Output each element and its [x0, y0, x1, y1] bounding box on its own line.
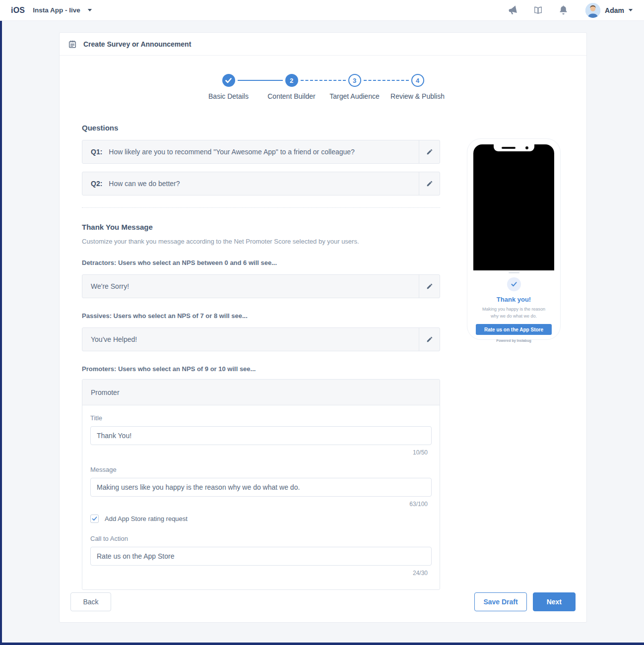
- app-store-rating-checkbox[interactable]: [90, 515, 99, 523]
- check-icon: [92, 516, 97, 521]
- app-store-rating-checkbox-row[interactable]: Add App Store rating request: [90, 515, 432, 523]
- step-connector: [238, 80, 283, 81]
- cta-field-block: Call to Action 24/30: [90, 535, 432, 577]
- message-char-counter: 63/100: [90, 501, 432, 508]
- wizard-stepper: Basic Details 2 Content Builder 3 Target…: [197, 74, 449, 100]
- question-1-text: How likely are you to recommend "Your Aw…: [109, 148, 355, 156]
- question-row-1: Q1:How likely are you to recommend "Your…: [82, 140, 440, 164]
- edit-detractors-button[interactable]: [419, 275, 440, 298]
- phone-camera: [525, 146, 528, 149]
- cta-input[interactable]: [90, 547, 432, 566]
- card-header: Create Survey or Announcement: [60, 33, 586, 56]
- step-3-label: Target Audience: [329, 92, 379, 100]
- step-connector: [364, 80, 409, 81]
- pencil-icon: [426, 148, 433, 155]
- preview-check-badge: [507, 277, 521, 291]
- platform-logo: iOS: [11, 6, 25, 15]
- save-draft-button[interactable]: Save Draft: [474, 592, 526, 611]
- step-1-label: Basic Details: [208, 92, 249, 100]
- announcements-megaphone-icon[interactable]: [508, 5, 518, 15]
- back-button[interactable]: Back: [70, 592, 111, 611]
- step-target-audience: 3 Target Audience: [323, 74, 386, 100]
- app-selector-dropdown[interactable]: Insta App - live: [33, 6, 92, 14]
- question-2-text: How can we do better?: [109, 180, 180, 188]
- cta-char-counter: 24/30: [90, 570, 432, 577]
- message-input[interactable]: [90, 478, 432, 497]
- passives-row: You've Helped!: [82, 327, 440, 351]
- question-2-prefix: Q2:: [91, 180, 102, 188]
- phone-app-area: [473, 144, 554, 270]
- step-3-circle[interactable]: 3: [348, 74, 361, 87]
- step-4-circle[interactable]: 4: [411, 74, 424, 87]
- preview-title: Thank you!: [473, 296, 554, 303]
- sheet-handle: [509, 272, 519, 273]
- page-title: Create Survey or Announcement: [83, 40, 191, 48]
- message-label: Message: [90, 466, 432, 473]
- phone-notch: [494, 144, 534, 151]
- chevron-down-icon: [87, 8, 92, 12]
- check-icon: [511, 282, 517, 287]
- detractors-value: We're Sorry!: [82, 282, 129, 290]
- step-2-circle[interactable]: 2: [285, 74, 298, 87]
- step-2-label: Content Builder: [267, 92, 316, 100]
- promoter-panel: Promoter Title 10/50 Message 63/100 Ad: [82, 379, 440, 590]
- pencil-icon: [426, 283, 433, 290]
- step-content-builder: 2 Content Builder: [260, 74, 323, 100]
- phone-screen: Thank you! Making you happy is the reaso…: [473, 144, 554, 334]
- app-store-rating-checkbox-label: Add App Store rating request: [105, 515, 188, 522]
- docs-book-icon[interactable]: [533, 5, 543, 15]
- user-name[interactable]: Adam: [605, 6, 624, 14]
- notifications-bell-icon[interactable]: [558, 5, 569, 15]
- phone-preview: Thank you! Making you happy is the reaso…: [467, 138, 561, 340]
- title-label: Title: [90, 414, 432, 422]
- footer-actions: Save Draft Next: [474, 592, 576, 611]
- questions-heading: Questions: [82, 124, 564, 132]
- cta-label: Call to Action: [90, 535, 432, 542]
- promoter-panel-header: Promoter: [82, 380, 440, 405]
- preview-rate-button: Rate us on the App Store: [476, 324, 552, 335]
- step-1-circle[interactable]: [222, 74, 235, 87]
- app-selector-label: Insta App - live: [33, 6, 80, 14]
- top-bar-actions: Adam: [493, 3, 633, 18]
- step-basic-details: Basic Details: [197, 74, 260, 100]
- edit-question-1-button[interactable]: [419, 140, 440, 163]
- top-bar: iOS Insta App - live Adam: [0, 0, 644, 21]
- question-1-prefix: Q1:: [91, 148, 102, 156]
- phone-speaker: [502, 147, 515, 149]
- step-4-label: Review & Publish: [390, 92, 445, 100]
- avatar-image: [585, 3, 600, 18]
- edit-passives-button[interactable]: [419, 328, 440, 351]
- promoter-panel-body: Title 10/50 Message 63/100 Add App Store…: [82, 405, 440, 589]
- powered-by-label: Powered by Instabug: [473, 339, 554, 342]
- create-survey-card: Create Survey or Announcement Basic Deta…: [59, 32, 587, 623]
- title-char-counter: 10/50: [90, 449, 432, 456]
- pencil-icon: [426, 180, 433, 187]
- preview-message: Making you happy is the reason why we do…: [478, 306, 549, 320]
- message-field-block: Message 63/100: [90, 466, 432, 508]
- left-edge-strip: [0, 21, 2, 645]
- survey-notepad-icon: [68, 40, 77, 49]
- step-review-publish: 4 Review & Publish: [386, 74, 449, 100]
- user-menu-chevron-down-icon[interactable]: [628, 8, 633, 12]
- next-button[interactable]: Next: [533, 592, 576, 611]
- bottom-edge-strip: [0, 643, 644, 645]
- user-avatar[interactable]: [585, 3, 600, 18]
- title-field-block: Title 10/50: [90, 414, 432, 456]
- promoters-label: Promoters: Users who select an NPS of 9 …: [82, 365, 564, 373]
- section-divider: [82, 207, 440, 208]
- title-input[interactable]: [90, 426, 432, 445]
- passives-value: You've Helped!: [82, 335, 137, 343]
- step-connector: [301, 80, 346, 81]
- question-row-2: Q2:How can we do better?: [82, 172, 440, 195]
- check-icon: [225, 78, 232, 83]
- detractors-row: We're Sorry!: [82, 274, 440, 298]
- card-footer: Back Save Draft Next: [60, 592, 586, 611]
- preview-thank-you-sheet: Thank you! Making you happy is the reaso…: [473, 270, 554, 334]
- pencil-icon: [426, 336, 433, 343]
- edit-question-2-button[interactable]: [419, 172, 440, 195]
